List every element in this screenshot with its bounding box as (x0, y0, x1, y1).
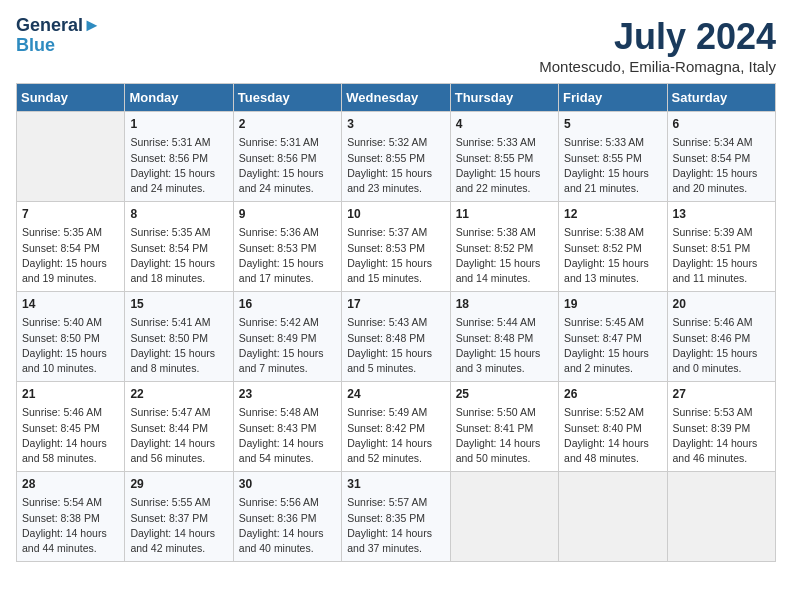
day-number: 19 (564, 296, 661, 313)
calendar-cell: 25Sunrise: 5:50 AMSunset: 8:41 PMDayligh… (450, 382, 558, 472)
day-number: 16 (239, 296, 336, 313)
calendar-cell: 7Sunrise: 5:35 AMSunset: 8:54 PMDaylight… (17, 202, 125, 292)
calendar-cell: 20Sunrise: 5:46 AMSunset: 8:46 PMDayligh… (667, 292, 775, 382)
day-info: Sunrise: 5:38 AMSunset: 8:52 PMDaylight:… (564, 225, 661, 286)
day-info: Sunrise: 5:35 AMSunset: 8:54 PMDaylight:… (22, 225, 119, 286)
calendar-cell: 26Sunrise: 5:52 AMSunset: 8:40 PMDayligh… (559, 382, 667, 472)
day-info: Sunrise: 5:37 AMSunset: 8:53 PMDaylight:… (347, 225, 444, 286)
day-number: 26 (564, 386, 661, 403)
calendar-cell: 14Sunrise: 5:40 AMSunset: 8:50 PMDayligh… (17, 292, 125, 382)
calendar-table: SundayMondayTuesdayWednesdayThursdayFrid… (16, 83, 776, 562)
day-info: Sunrise: 5:50 AMSunset: 8:41 PMDaylight:… (456, 405, 553, 466)
calendar-cell: 3Sunrise: 5:32 AMSunset: 8:55 PMDaylight… (342, 112, 450, 202)
day-number: 10 (347, 206, 444, 223)
day-info: Sunrise: 5:54 AMSunset: 8:38 PMDaylight:… (22, 495, 119, 556)
calendar-cell: 27Sunrise: 5:53 AMSunset: 8:39 PMDayligh… (667, 382, 775, 472)
day-number: 12 (564, 206, 661, 223)
calendar-week-row: 7Sunrise: 5:35 AMSunset: 8:54 PMDaylight… (17, 202, 776, 292)
calendar-cell: 19Sunrise: 5:45 AMSunset: 8:47 PMDayligh… (559, 292, 667, 382)
day-info: Sunrise: 5:33 AMSunset: 8:55 PMDaylight:… (564, 135, 661, 196)
day-number: 14 (22, 296, 119, 313)
day-number: 3 (347, 116, 444, 133)
calendar-cell (17, 112, 125, 202)
day-number: 6 (673, 116, 770, 133)
day-number: 8 (130, 206, 227, 223)
day-info: Sunrise: 5:32 AMSunset: 8:55 PMDaylight:… (347, 135, 444, 196)
day-info: Sunrise: 5:43 AMSunset: 8:48 PMDaylight:… (347, 315, 444, 376)
day-number: 24 (347, 386, 444, 403)
calendar-cell: 16Sunrise: 5:42 AMSunset: 8:49 PMDayligh… (233, 292, 341, 382)
calendar-cell: 23Sunrise: 5:48 AMSunset: 8:43 PMDayligh… (233, 382, 341, 472)
day-number: 23 (239, 386, 336, 403)
day-number: 27 (673, 386, 770, 403)
weekday-header-wednesday: Wednesday (342, 84, 450, 112)
calendar-cell: 12Sunrise: 5:38 AMSunset: 8:52 PMDayligh… (559, 202, 667, 292)
day-info: Sunrise: 5:41 AMSunset: 8:50 PMDaylight:… (130, 315, 227, 376)
day-number: 15 (130, 296, 227, 313)
day-number: 18 (456, 296, 553, 313)
calendar-cell: 6Sunrise: 5:34 AMSunset: 8:54 PMDaylight… (667, 112, 775, 202)
weekday-header-thursday: Thursday (450, 84, 558, 112)
day-info: Sunrise: 5:53 AMSunset: 8:39 PMDaylight:… (673, 405, 770, 466)
weekday-header-sunday: Sunday (17, 84, 125, 112)
day-number: 7 (22, 206, 119, 223)
calendar-cell: 5Sunrise: 5:33 AMSunset: 8:55 PMDaylight… (559, 112, 667, 202)
title-block: July 2024 Montescudo, Emilia-Romagna, It… (539, 16, 776, 75)
calendar-cell: 17Sunrise: 5:43 AMSunset: 8:48 PMDayligh… (342, 292, 450, 382)
day-info: Sunrise: 5:55 AMSunset: 8:37 PMDaylight:… (130, 495, 227, 556)
day-info: Sunrise: 5:56 AMSunset: 8:36 PMDaylight:… (239, 495, 336, 556)
calendar-cell: 21Sunrise: 5:46 AMSunset: 8:45 PMDayligh… (17, 382, 125, 472)
month-title: July 2024 (539, 16, 776, 58)
logo-subtext: Blue (16, 36, 101, 56)
day-info: Sunrise: 5:47 AMSunset: 8:44 PMDaylight:… (130, 405, 227, 466)
day-info: Sunrise: 5:38 AMSunset: 8:52 PMDaylight:… (456, 225, 553, 286)
day-number: 11 (456, 206, 553, 223)
calendar-cell: 18Sunrise: 5:44 AMSunset: 8:48 PMDayligh… (450, 292, 558, 382)
day-number: 29 (130, 476, 227, 493)
calendar-cell: 10Sunrise: 5:37 AMSunset: 8:53 PMDayligh… (342, 202, 450, 292)
weekday-header-saturday: Saturday (667, 84, 775, 112)
day-number: 1 (130, 116, 227, 133)
day-info: Sunrise: 5:52 AMSunset: 8:40 PMDaylight:… (564, 405, 661, 466)
calendar-cell: 8Sunrise: 5:35 AMSunset: 8:54 PMDaylight… (125, 202, 233, 292)
day-number: 22 (130, 386, 227, 403)
day-info: Sunrise: 5:46 AMSunset: 8:46 PMDaylight:… (673, 315, 770, 376)
day-number: 2 (239, 116, 336, 133)
location: Montescudo, Emilia-Romagna, Italy (539, 58, 776, 75)
day-info: Sunrise: 5:35 AMSunset: 8:54 PMDaylight:… (130, 225, 227, 286)
calendar-cell (667, 472, 775, 562)
day-info: Sunrise: 5:31 AMSunset: 8:56 PMDaylight:… (239, 135, 336, 196)
day-number: 13 (673, 206, 770, 223)
day-info: Sunrise: 5:46 AMSunset: 8:45 PMDaylight:… (22, 405, 119, 466)
calendar-cell (559, 472, 667, 562)
day-number: 9 (239, 206, 336, 223)
weekday-header-tuesday: Tuesday (233, 84, 341, 112)
day-number: 30 (239, 476, 336, 493)
day-info: Sunrise: 5:39 AMSunset: 8:51 PMDaylight:… (673, 225, 770, 286)
day-number: 28 (22, 476, 119, 493)
calendar-cell: 15Sunrise: 5:41 AMSunset: 8:50 PMDayligh… (125, 292, 233, 382)
day-info: Sunrise: 5:49 AMSunset: 8:42 PMDaylight:… (347, 405, 444, 466)
calendar-cell: 1Sunrise: 5:31 AMSunset: 8:56 PMDaylight… (125, 112, 233, 202)
calendar-cell: 24Sunrise: 5:49 AMSunset: 8:42 PMDayligh… (342, 382, 450, 472)
day-number: 20 (673, 296, 770, 313)
day-info: Sunrise: 5:45 AMSunset: 8:47 PMDaylight:… (564, 315, 661, 376)
calendar-week-row: 14Sunrise: 5:40 AMSunset: 8:50 PMDayligh… (17, 292, 776, 382)
day-info: Sunrise: 5:57 AMSunset: 8:35 PMDaylight:… (347, 495, 444, 556)
day-number: 31 (347, 476, 444, 493)
day-info: Sunrise: 5:36 AMSunset: 8:53 PMDaylight:… (239, 225, 336, 286)
calendar-cell: 29Sunrise: 5:55 AMSunset: 8:37 PMDayligh… (125, 472, 233, 562)
day-number: 17 (347, 296, 444, 313)
day-info: Sunrise: 5:40 AMSunset: 8:50 PMDaylight:… (22, 315, 119, 376)
calendar-cell: 9Sunrise: 5:36 AMSunset: 8:53 PMDaylight… (233, 202, 341, 292)
day-info: Sunrise: 5:34 AMSunset: 8:54 PMDaylight:… (673, 135, 770, 196)
calendar-cell: 28Sunrise: 5:54 AMSunset: 8:38 PMDayligh… (17, 472, 125, 562)
logo-text: General► (16, 16, 101, 36)
calendar-cell: 22Sunrise: 5:47 AMSunset: 8:44 PMDayligh… (125, 382, 233, 472)
day-number: 4 (456, 116, 553, 133)
day-number: 25 (456, 386, 553, 403)
calendar-cell: 11Sunrise: 5:38 AMSunset: 8:52 PMDayligh… (450, 202, 558, 292)
calendar-week-row: 1Sunrise: 5:31 AMSunset: 8:56 PMDaylight… (17, 112, 776, 202)
day-info: Sunrise: 5:48 AMSunset: 8:43 PMDaylight:… (239, 405, 336, 466)
calendar-cell: 13Sunrise: 5:39 AMSunset: 8:51 PMDayligh… (667, 202, 775, 292)
